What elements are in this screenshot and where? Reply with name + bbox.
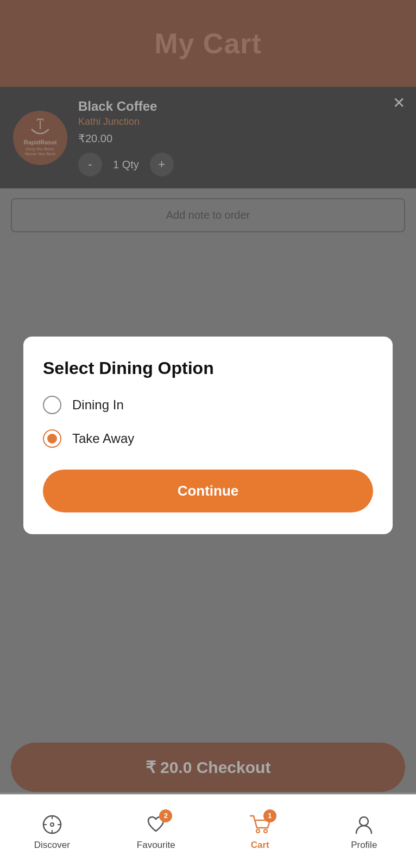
nav-item-favourite[interactable]: 2 Favourite	[104, 813, 209, 851]
svg-point-2	[51, 823, 54, 826]
discover-icon-wrap	[38, 813, 66, 837]
discover-icon	[41, 814, 63, 835]
profile-icon-wrap	[350, 813, 378, 837]
svg-point-8	[264, 829, 267, 833]
bottom-nav: Discover 2 Favourite 1 Cart	[0, 794, 416, 868]
nav-item-discover[interactable]: Discover	[0, 813, 104, 851]
nav-item-cart[interactable]: 1 Cart	[208, 813, 312, 851]
profile-icon	[353, 814, 375, 835]
cart-label: Cart	[251, 840, 269, 851]
svg-point-9	[360, 817, 368, 826]
take-away-option[interactable]: Take Away	[43, 429, 373, 448]
discover-label: Discover	[34, 840, 70, 851]
continue-button[interactable]: Continue	[43, 470, 373, 512]
favourite-icon-wrap: 2	[142, 813, 170, 837]
take-away-radio[interactable]	[43, 429, 61, 448]
take-away-label: Take Away	[72, 431, 134, 446]
dining-in-radio[interactable]	[43, 396, 61, 414]
cart-icon-wrap: 1	[246, 813, 274, 837]
dining-in-option[interactable]: Dining In	[43, 396, 373, 414]
dining-option-dialog: Select Dining Option Dining In Take Away…	[23, 337, 393, 534]
nav-item-profile[interactable]: Profile	[312, 813, 417, 851]
dining-in-label: Dining In	[72, 397, 124, 413]
cart-badge: 1	[263, 809, 276, 822]
dialog-title: Select Dining Option	[43, 358, 373, 378]
favourite-badge: 2	[159, 809, 172, 822]
svg-point-7	[256, 829, 260, 833]
profile-label: Profile	[351, 840, 377, 851]
favourite-label: Favourite	[137, 840, 175, 851]
take-away-radio-inner	[47, 434, 57, 443]
